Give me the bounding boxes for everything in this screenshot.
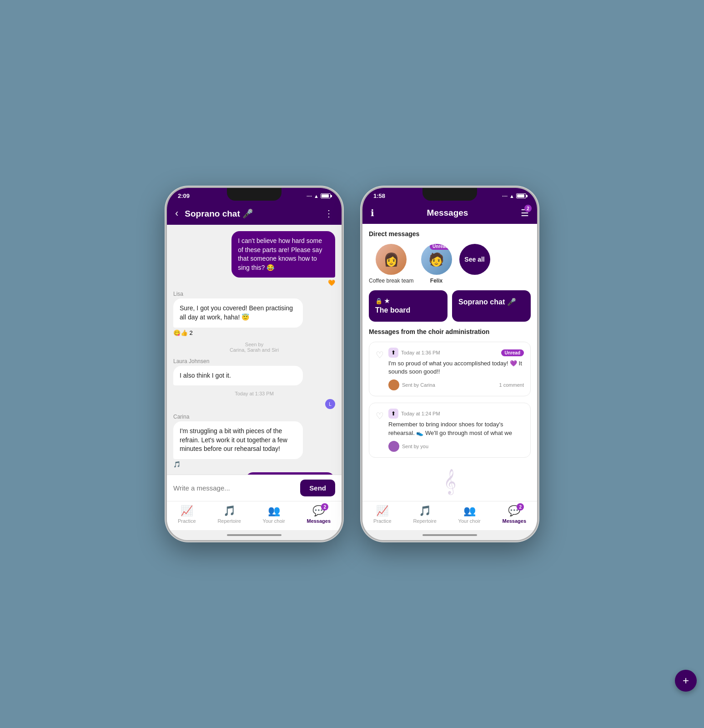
right-phone: 1:58 ···· ▲ ℹ Messages ☰ 2 Direct messag… [361, 187, 538, 541]
repertoire-label-left: Repertoire [217, 518, 241, 524]
repertoire-icon-left: 🎵 [223, 505, 236, 517]
broadcast-icon-2: ⬆ [388, 409, 398, 419]
dm-label-coffee: Coffee break team [369, 278, 414, 284]
admin-heart-2: ♡ [376, 409, 384, 451]
nav-repertoire-left[interactable]: 🎵 Repertoire [217, 505, 241, 524]
right-status-bar: 1:58 ···· ▲ [362, 188, 537, 202]
messages-body: Direct messages 👩 Coffee break team Unre… [362, 224, 537, 501]
admin-msg-2[interactable]: ♡ ⬆ Today at 1:24 PM Remember to bring i… [369, 403, 531, 457]
felix-unread-badge: Unread [430, 244, 451, 250]
sender-carina: Carina [173, 414, 335, 420]
dm-coffee[interactable]: 👩 Coffee break team [369, 244, 414, 284]
admin-footer-1: Sent by Carina 1 comment [388, 379, 524, 390]
message-input[interactable] [173, 484, 296, 492]
bubble-carina: I'm struggling a bit with pieces of the … [173, 421, 303, 459]
left-status-icons: ···· ▲ [307, 193, 331, 199]
choir-icon-left: 👥 [268, 505, 280, 517]
heart-icon-2: ♡ [376, 410, 384, 421]
left-screen: ‹ Soprano chat 🎤 ⋮ I can't believe how h… [167, 202, 342, 530]
board-icons: 🔒 ★ [375, 298, 441, 304]
menu-button-wrapper: ☰ 2 [521, 207, 529, 218]
admin-avatar-you [388, 441, 399, 452]
dm-felix[interactable]: Unread 🧑 Felix [421, 244, 452, 284]
admin-footer-2: Sent by you [388, 441, 524, 452]
admin-text-2: Remember to bring indoor shoes for today… [388, 420, 524, 437]
sender-laura: Laura Johnsen [173, 358, 335, 364]
see-all-label: See all [464, 256, 484, 263]
admin-msg-1[interactable]: ♡ ⬆ Today at 1:36 PM Unread I'm so proud… [369, 342, 531, 396]
chat-body: I can't believe how hard some of these p… [167, 225, 342, 475]
reaction-lisa: 😋👍 2 [173, 329, 335, 336]
dm-avatar-felix: Unread 🧑 [421, 244, 452, 275]
nav-practice-right[interactable]: 📈 Practice [373, 505, 392, 524]
chat-title: Soprano chat 🎤 [185, 208, 318, 219]
dm-section-label: Direct messages [369, 230, 531, 238]
message-mine-1: I can't believe how hard some of these p… [206, 231, 335, 286]
dm-avatar-coffee: 👩 [376, 244, 407, 275]
left-bottom-nav: 📈 Practice 🎵 Repertoire 👥 Your choir 💬 2… [167, 501, 342, 530]
admin-comments-1: 1 comment [499, 382, 524, 388]
reaction-1: 🧡 [328, 279, 335, 286]
info-button[interactable]: ℹ [371, 207, 374, 218]
more-button[interactable]: ⋮ [324, 208, 333, 219]
dm-label-felix: Felix [430, 278, 443, 284]
heart-icon-1: ♡ [376, 349, 384, 360]
admin-sender-row-1: Sent by Carina [388, 379, 435, 390]
messages-badge-left: 2 [321, 503, 328, 511]
seen-by: Seen byCarina, Sarah and Siri [173, 342, 335, 353]
admin-content-2: ⬆ Today at 1:24 PM Remember to bring ind… [388, 409, 524, 451]
nav-repertoire-right[interactable]: 🎵 Repertoire [413, 505, 436, 524]
back-button[interactable]: ‹ [175, 207, 178, 219]
admin-content-1: ⬆ Today at 1:36 PM Unread I'm so proud o… [388, 348, 524, 390]
messages-header: ℹ Messages ☰ 2 [362, 202, 537, 224]
admin-section-label: Messages from the choir administration [369, 328, 531, 335]
send-button[interactable]: Send [300, 480, 335, 496]
bubble-cookies: I bring cookies! Cookiiieeees! 🍪🍪 [245, 472, 335, 475]
header-badge: 2 [524, 205, 532, 212]
right-wifi-icon: ▲ [509, 193, 514, 199]
bubble-mine-1: I can't believe how hard some of these p… [231, 231, 335, 278]
nav-messages-right[interactable]: 💬 2 Messages [502, 505, 526, 524]
dm-avatar-see-all: See all [459, 244, 490, 275]
nav-practice-left[interactable]: 📈 Practice [178, 505, 196, 524]
nav-choir-left[interactable]: 👥 Your choir [263, 505, 285, 524]
admin-time-2: Today at 1:24 PM [401, 411, 440, 416]
practice-icon-left: 📈 [181, 505, 193, 517]
admin-text-1: I'm so proud of what you accomplished to… [388, 359, 524, 376]
chat-input-bar: Send [167, 475, 342, 501]
repertoire-label-right: Repertoire [413, 518, 436, 524]
right-screen: ℹ Messages ☰ 2 Direct messages 👩 Coffee … [362, 202, 537, 530]
soprano-label: Soprano chat 🎤 [458, 298, 524, 306]
group-btn-board[interactable]: 🔒 ★ The board [369, 290, 448, 322]
chat-header: ‹ Soprano chat 🎤 ⋮ [167, 202, 342, 225]
battery-icon [321, 193, 331, 198]
choir-icon-right: 👥 [463, 505, 476, 517]
dm-see-all[interactable]: See all · [459, 244, 490, 284]
bubble-laura: I also think I got it. [173, 366, 303, 386]
reaction-carina: 🎵 [173, 461, 335, 468]
choir-label-right: Your choir [458, 518, 481, 524]
nav-messages-left[interactable]: 💬 2 Messages [307, 505, 331, 524]
group-btn-soprano[interactable]: Soprano chat 🎤 [452, 290, 531, 322]
nav-choir-right[interactable]: 👥 Your choir [458, 505, 481, 524]
music-note-watermark: 𝄞 [369, 469, 531, 495]
coffee-avatar-image: 👩 [376, 244, 407, 275]
message-laura: Laura Johnsen I also think I got it. [173, 358, 335, 386]
practice-icon-right: 📈 [376, 505, 388, 517]
admin-header-2: ⬆ Today at 1:24 PM [388, 409, 524, 419]
left-phone: 2:09 ···· ▲ ‹ Soprano chat 🎤 ⋮ I can't b… [166, 187, 343, 541]
admin-sender-2: Sent by you [402, 444, 428, 449]
admin-avatar-carina [388, 379, 399, 390]
avatar-row-1: L [173, 399, 335, 409]
messages-icon-left: 💬 2 [312, 505, 325, 517]
right-status-icons: ···· ▲ [502, 193, 526, 199]
admin-header-1: ⬆ Today at 1:36 PM Unread [388, 348, 524, 358]
admin-sender-1: Sent by Carina [402, 382, 435, 388]
right-battery-icon [516, 193, 526, 198]
board-label: The board [375, 306, 441, 314]
right-bottom-nav: 📈 Practice 🎵 Repertoire 👥 Your choir 💬 2… [362, 501, 537, 530]
message-carina: Carina I'm struggling a bit with pieces … [173, 414, 335, 468]
right-home-indicator [362, 530, 537, 540]
practice-label-left: Practice [178, 518, 196, 524]
message-lisa: Lisa Sure, I got you covered! Been pract… [173, 291, 335, 336]
